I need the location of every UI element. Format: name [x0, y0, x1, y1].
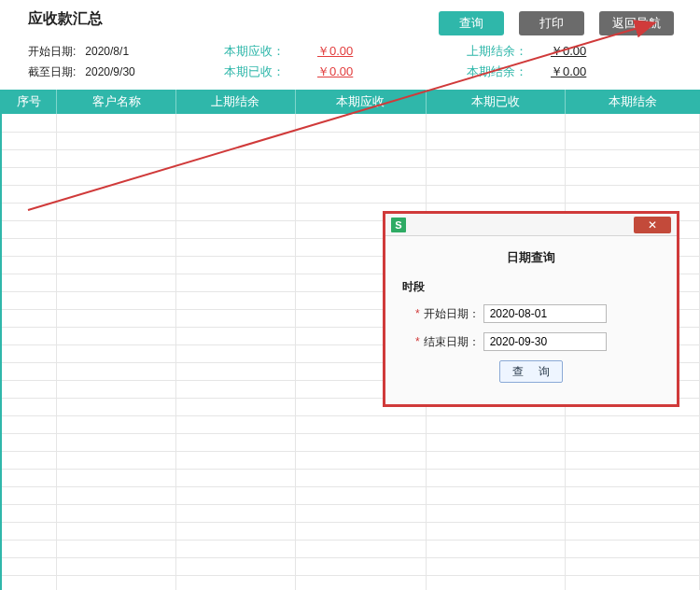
table-cell [566, 540, 700, 557]
table-cell [176, 522, 296, 540]
table-cell [176, 415, 296, 433]
end-date-value: 2020/9/30 [85, 62, 134, 82]
table-cell [295, 486, 426, 504]
table-cell [176, 362, 296, 380]
prev-balance-label: 上期结余： [467, 41, 527, 62]
dialog-start-label: 开始日期： [424, 306, 483, 322]
table-row[interactable] [1, 504, 700, 522]
table-cell [426, 504, 566, 522]
table-row[interactable] [1, 522, 700, 540]
dialog-query-button[interactable]: 查 询 [499, 360, 563, 383]
table-row[interactable] [1, 114, 700, 132]
start-date-label: 开始日期: [28, 41, 76, 62]
table-cell [57, 344, 176, 362]
table-cell [295, 132, 426, 149]
table-cell [426, 433, 566, 451]
table-row[interactable] [1, 149, 700, 167]
table-cell [176, 132, 296, 149]
table-cell [1, 220, 57, 238]
table-row[interactable] [1, 469, 700, 486]
table-cell [295, 433, 426, 451]
table-cell [295, 114, 426, 132]
table-cell [1, 309, 57, 327]
back-nav-button[interactable]: 返回导航 [599, 11, 674, 35]
received-label: 本期已收： [224, 62, 285, 82]
table-cell [1, 575, 57, 590]
table-cell [176, 469, 296, 486]
col-curr-bal: 本期结余 [566, 90, 700, 114]
table-cell [566, 504, 700, 522]
dialog-end-input[interactable] [483, 332, 607, 351]
table-header-row: 序号 客户名称 上期结余 本期应收 本期已收 本期结余 [1, 90, 700, 114]
table-cell [426, 451, 566, 469]
table-cell [57, 167, 176, 185]
end-date-label: 截至日期: [28, 62, 76, 82]
table-cell [57, 185, 176, 203]
table-row[interactable] [1, 451, 700, 469]
table-cell [1, 132, 57, 149]
table-cell [566, 149, 700, 167]
table-cell [295, 522, 426, 540]
table-row[interactable] [1, 415, 700, 433]
table-row[interactable] [1, 132, 700, 149]
table-cell [1, 256, 57, 274]
table-cell [1, 291, 57, 309]
table-cell [176, 291, 296, 309]
received-value: ￥0.00 [317, 62, 353, 82]
table-row[interactable] [1, 486, 700, 504]
app-icon: S [391, 218, 406, 232]
table-cell [57, 522, 176, 540]
col-received: 本期已收 [426, 90, 566, 114]
query-button[interactable]: 查询 [439, 11, 504, 35]
table-cell [566, 433, 700, 451]
table-cell [176, 433, 296, 451]
table-cell [176, 309, 296, 327]
table-cell [566, 132, 700, 149]
table-cell [426, 149, 566, 167]
table-row[interactable] [1, 167, 700, 185]
table-cell [566, 557, 700, 575]
table-cell [176, 486, 296, 504]
table-cell [1, 433, 57, 451]
close-button[interactable]: ✕ [634, 217, 671, 233]
table-cell [176, 504, 296, 522]
table-row[interactable] [1, 433, 700, 451]
table-cell [176, 238, 296, 256]
dialog-end-label: 结束日期： [424, 334, 483, 350]
table-cell [1, 469, 57, 486]
table-row[interactable] [1, 540, 700, 557]
table-cell [295, 415, 426, 433]
table-cell [176, 540, 296, 557]
dialog-start-input[interactable] [483, 304, 607, 323]
table-cell [1, 504, 57, 522]
table-cell [57, 557, 176, 575]
table-cell [57, 291, 176, 309]
dialog-title: 日期查询 [402, 249, 660, 266]
table-cell [426, 540, 566, 557]
table-row[interactable] [1, 575, 700, 590]
table-cell [176, 327, 296, 344]
table-row[interactable] [1, 185, 700, 203]
table-cell [1, 415, 57, 433]
table-row[interactable] [1, 557, 700, 575]
table-cell [57, 203, 176, 220]
table-cell [1, 274, 57, 291]
required-asterisk: * [415, 307, 420, 320]
print-button[interactable]: 打印 [519, 11, 584, 35]
table-cell [1, 398, 57, 415]
table-cell [1, 522, 57, 540]
table-cell [57, 114, 176, 132]
table-cell [426, 114, 566, 132]
table-cell [176, 575, 296, 590]
table-cell [1, 362, 57, 380]
table-cell [426, 486, 566, 504]
receivable-value: ￥0.00 [317, 41, 353, 62]
table-cell [176, 398, 296, 415]
header-buttons: 查询 打印 返回导航 [439, 11, 674, 35]
table-cell [57, 486, 176, 504]
col-customer: 客户名称 [57, 90, 176, 114]
table-cell [57, 540, 176, 557]
dialog-titlebar: S ✕ [385, 214, 677, 236]
table-cell [57, 132, 176, 149]
table-cell [57, 220, 176, 238]
